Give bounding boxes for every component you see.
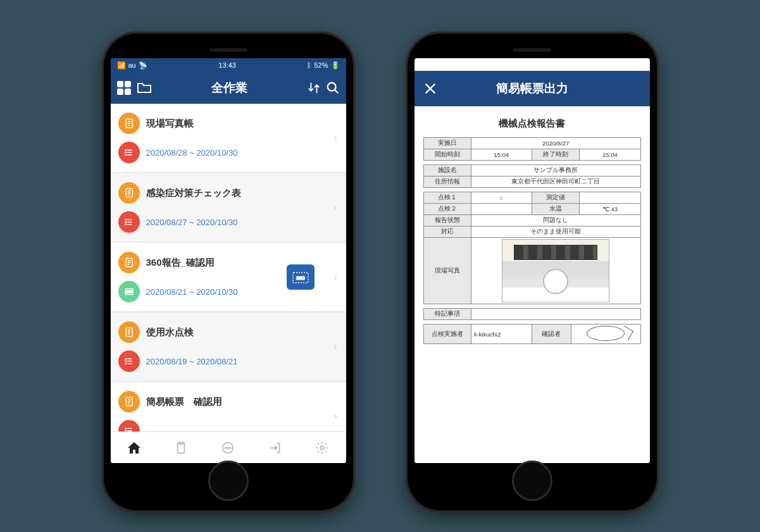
carrier-label: au (128, 61, 136, 69)
task-title: 感染症対策チェック表 (146, 187, 241, 199)
doc-icon (118, 113, 140, 134)
nav-title: 全作業 (158, 80, 302, 96)
list-icon: 360 (118, 281, 140, 302)
doc-icon (118, 252, 140, 273)
chevron-right-icon: › (333, 411, 337, 422)
list-icon (118, 211, 140, 233)
screen-report: 簡易帳票出力 機械点検報告書 実施日2020/8/27 開始時刻15:04終了時… (414, 58, 650, 463)
signal-icon: 📶 (117, 61, 126, 70)
tab-chat-icon[interactable] (220, 440, 235, 455)
task-title: 現場写真帳 (146, 118, 194, 130)
close-icon[interactable] (423, 82, 437, 96)
svg-point-24 (225, 447, 227, 448)
tab-gear-icon[interactable] (315, 440, 330, 455)
sort-icon[interactable] (307, 81, 321, 95)
task-title: 使用水点検 (146, 326, 194, 338)
doc-icon (118, 182, 140, 204)
tab-bar (111, 431, 346, 463)
tab-clipboard-icon[interactable] (173, 440, 189, 455)
task-list: 現場写真帳2020/08/28 ~ 2020/10/30›感染症対策チェック表2… (111, 104, 346, 431)
svg-point-0 (327, 83, 335, 91)
svg-point-17 (125, 363, 127, 364)
task-row[interactable]: 感染症対策チェック表2020/08/27 ~ 2020/10/30› (111, 173, 346, 243)
report-table-checks: 点検１○測定値 点検２水温℃ 43 報告状態問題なし 対応そのまま使用可能 現場… (423, 192, 641, 304)
wifi-icon: 📡 (139, 61, 147, 70)
doc-icon (118, 321, 140, 343)
svg-point-16 (125, 361, 127, 362)
list-icon (118, 350, 140, 372)
tab-login-icon[interactable] (268, 440, 283, 455)
svg-point-3 (125, 152, 127, 153)
grid-view-icon[interactable] (117, 81, 131, 95)
site-photo (502, 239, 609, 302)
svg-point-8 (125, 224, 127, 225)
battery-label: 52% (314, 61, 328, 69)
badge-360: 360 (287, 264, 315, 290)
task-title: 360報告_確認用 (146, 257, 215, 269)
task-row[interactable]: 現場写真帳2020/08/28 ~ 2020/10/30› (111, 104, 346, 173)
svg-text:360: 360 (126, 290, 132, 294)
report-nav-bar: 簡易帳票出力 (414, 71, 650, 106)
chevron-right-icon: › (333, 132, 337, 144)
task-date: 2020/08/28 ~ 2020/10/30 (146, 148, 238, 158)
chevron-right-icon: › (333, 202, 337, 213)
clock-label: 13:43 (218, 61, 236, 69)
report-body: 機械点検報告書 実施日2020/8/27 開始時刻15:04終了時刻15:04 … (414, 106, 650, 463)
svg-point-6 (125, 220, 127, 221)
chevron-right-icon: › (333, 341, 337, 352)
svg-point-25 (228, 447, 229, 448)
svg-point-20 (125, 430, 127, 431)
list-icon (118, 142, 140, 163)
battery-icon: 🔋 (331, 61, 340, 70)
report-table-dates: 実施日2020/8/27 開始時刻15:04終了時刻15:04 (423, 137, 641, 161)
svg-point-26 (230, 447, 231, 448)
svg-text:360: 360 (296, 275, 305, 281)
svg-point-4 (125, 154, 127, 156)
report-table-notes: 特記事項 (423, 308, 641, 320)
task-date: 2020/08/27 ~ 2020/10/30 (146, 218, 238, 227)
screen-task-list: 📶 au 📡 13:43 ᛒ 52% 🔋 全作業 現場写真帳2020/08/28… (111, 58, 346, 463)
phone-left: 📶 au 📡 13:43 ᛒ 52% 🔋 全作業 現場写真帳2020/08/28… (102, 32, 355, 512)
report-nav-title: 簡易帳票出力 (437, 80, 627, 97)
svg-point-19 (125, 428, 127, 430)
task-row[interactable]: 使用水点検2020/08/19 ~ 2020/08/21› (111, 312, 346, 382)
report-table-sign: 点検実施者 k-kikuchi2 確認者 (423, 324, 641, 344)
svg-point-2 (125, 150, 127, 151)
nav-bar: 全作業 (111, 72, 346, 104)
chevron-right-icon: › (333, 271, 337, 283)
svg-point-7 (125, 221, 127, 223)
task-row[interactable]: 簡易帳票 確認用› (111, 382, 346, 431)
task-row[interactable]: 360報告_確認用3602020/08/21 ~ 2020/10/30›360 (111, 243, 346, 312)
task-date: 2020/08/19 ~ 2020/08/21 (146, 357, 238, 366)
list-icon (118, 420, 140, 431)
search-icon[interactable] (326, 81, 340, 95)
task-date: 2020/08/21 ~ 2020/10/30 (146, 287, 238, 297)
signature-mark (587, 326, 625, 341)
phone-right: 簡易帳票出力 機械点検報告書 実施日2020/8/27 開始時刻15:04終了時… (406, 32, 659, 512)
task-title: 簡易帳票 確認用 (146, 396, 222, 408)
doc-icon (118, 391, 140, 412)
report-table-facility: 施設名サンプル事務所 住所情報東京都千代田区神田司町二丁目 (423, 164, 641, 188)
status-bar: 📶 au 📡 13:43 ᛒ 52% 🔋 (111, 58, 346, 72)
folder-icon[interactable] (136, 82, 153, 94)
tab-home-icon[interactable] (127, 440, 142, 455)
bluetooth-icon: ᛒ (307, 61, 311, 69)
svg-point-27 (321, 446, 325, 450)
svg-point-15 (125, 359, 127, 360)
report-title: 機械点検報告書 (423, 118, 641, 130)
